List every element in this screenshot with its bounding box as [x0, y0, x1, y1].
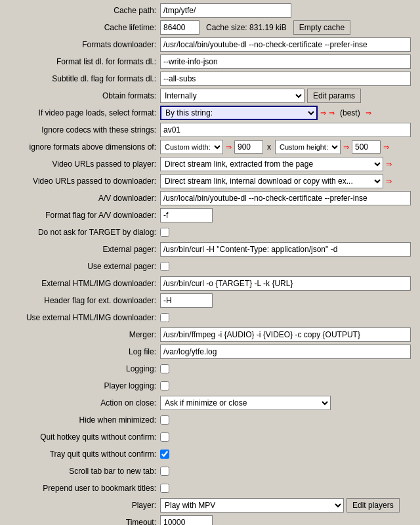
prepend-user-checkbox[interactable] [160, 484, 169, 493]
external-pager-value [160, 242, 417, 257]
scroll-tab-value [160, 467, 417, 476]
logging-checkbox[interactable] [160, 364, 169, 373]
hide-minimized-checkbox[interactable] [160, 415, 169, 425]
av-downloader-row: A/V downloader: [3, 190, 417, 206]
width-input[interactable] [234, 140, 263, 154]
action-on-close-row: Action on close: Ask if minimize or clos… [3, 395, 417, 411]
no-target-row: Do not ask for TARGET by dialog: [3, 224, 417, 240]
video-urls-downloader-label: Video URLs passed to downloader: [3, 177, 160, 186]
obtain-formats-select[interactable]: Internally Externally [160, 89, 304, 103]
timeout-row: Timeout: [3, 514, 417, 525]
ext-html-downloader-label: External HTML/IMG downloader: [3, 279, 160, 288]
header-flag-value [160, 293, 417, 308]
external-pager-row: External pager: [3, 242, 417, 257]
header-flag-input[interactable] [160, 293, 213, 308]
no-target-label: Do not ask for TARGET by dialog: [3, 228, 160, 237]
scroll-tab-checkbox[interactable] [160, 467, 169, 476]
ignore-dimensions-value: Custom width: Any width ⇒ x Custom heigh… [160, 140, 417, 154]
hide-minimized-value [160, 415, 417, 425]
cache-size-label: Cache size: 831.19 kiB [202, 23, 291, 32]
action-on-close-value: Ask if minimize or close Minimize Close [160, 396, 417, 410]
tray-quit-checkbox[interactable] [160, 450, 169, 459]
tray-quit-value [160, 450, 417, 459]
ext-html-downloader-input[interactable] [160, 276, 411, 291]
cache-path-input[interactable] [160, 3, 291, 18]
merger-row: Merger: [3, 327, 417, 343]
external-pager-label: External pager: [3, 245, 160, 254]
format-list-dl-value [160, 54, 417, 69]
obtain-formats-label: Obtain formats: [3, 91, 160, 100]
av-downloader-value [160, 191, 417, 205]
logging-row: Logging: [3, 361, 417, 377]
video-urls-player-label: Video URLs passed to player: [3, 159, 160, 169]
log-file-input[interactable] [160, 345, 411, 359]
merger-value [160, 327, 417, 342]
scroll-tab-row: Scroll tab bar to new tab: [3, 463, 417, 479]
custom-height-select[interactable]: Custom height: Any height [275, 140, 341, 154]
log-file-label: Log file: [3, 347, 160, 356]
logging-label: Logging: [3, 364, 160, 373]
hotkey-quit-value [160, 432, 417, 442]
action-on-close-select[interactable]: Ask if minimize or close Minimize Close [160, 396, 331, 410]
hotkey-quit-checkbox[interactable] [160, 432, 169, 442]
formats-downloader-input[interactable] [160, 37, 411, 52]
format-flag-input[interactable] [160, 208, 213, 222]
merger-input[interactable] [160, 327, 411, 342]
red-arrow-vp: ⇒ [386, 160, 392, 169]
format-flag-label: Format flag for A/V downloader: [3, 211, 160, 220]
no-target-checkbox[interactable] [160, 228, 169, 237]
ext-html-downloader-value [160, 276, 417, 291]
prepend-user-row: Prepend user to bookmark titles: [3, 480, 417, 496]
format-list-dl-input[interactable] [160, 54, 411, 69]
subtitle-dl-input[interactable] [160, 72, 411, 86]
cache-lifetime-value: Cache size: 831.19 kiB Empty cache [160, 20, 417, 35]
av-downloader-input[interactable] [160, 191, 411, 205]
header-flag-row: Header flag for ext. downloader: [3, 293, 417, 308]
height-input[interactable] [352, 140, 381, 154]
formats-downloader-label: Formats downloader: [3, 40, 160, 49]
player-select[interactable]: Play with MPV Play with VLC [160, 498, 344, 513]
format-flag-value [160, 208, 417, 222]
video-urls-player-select[interactable]: Direct stream link, extracted from the p… [160, 157, 383, 171]
ignore-codecs-input[interactable] [160, 123, 411, 137]
edit-players-button[interactable]: Edit players [346, 498, 400, 513]
ignore-dimensions-row: ignore formats above dimensions of: Cust… [3, 139, 417, 155]
ignore-dimensions-label: ignore formats above dimensions of: [3, 142, 160, 152]
timeout-input[interactable] [160, 515, 213, 525]
external-pager-input[interactable] [160, 242, 411, 257]
custom-width-select[interactable]: Custom width: Any width [160, 140, 223, 154]
video-urls-downloader-select[interactable]: Direct stream link, internal download or… [160, 174, 383, 188]
format-list-dl-label: Format list dl. for formats dl.: [3, 57, 160, 66]
av-downloader-label: A/V downloader: [3, 194, 160, 203]
prepend-user-label: Prepend user to bookmark titles: [3, 484, 160, 493]
player-logging-checkbox[interactable] [160, 381, 169, 390]
formats-downloader-row: Formats downloader: [3, 37, 417, 52]
cache-lifetime-input[interactable] [160, 20, 200, 35]
red-arrow-best: ⇒ [366, 109, 371, 117]
x-separator: x [266, 142, 272, 152]
ignore-codecs-label: Ignore codecs with these strings: [3, 125, 160, 135]
cache-path-value [160, 3, 417, 18]
format-flag-row: Format flag for A/V downloader: [3, 207, 417, 223]
hide-minimized-label: Hide when minimized: [3, 415, 160, 425]
use-external-pager-row: Use external pager: [3, 259, 417, 274]
select-format-value: By this string: By format id Best qualit… [160, 106, 417, 120]
hotkey-quit-label: Quit hotkey quits without confirm: [3, 432, 160, 442]
subtitle-dl-value [160, 72, 417, 86]
edit-params-button[interactable]: Edit params [307, 89, 361, 103]
use-ext-html-checkbox[interactable] [160, 313, 169, 322]
obtain-formats-value: Internally Externally Edit params [160, 89, 417, 103]
hide-minimized-row: Hide when minimized: [3, 412, 417, 428]
cache-path-row: Cache path: [3, 3, 417, 18]
cache-lifetime-label: Cache lifetime: [3, 23, 160, 32]
select-format-select[interactable]: By this string: By format id Best qualit… [160, 106, 318, 120]
red-arrow-vd: ⇒ [386, 177, 392, 186]
use-external-pager-checkbox[interactable] [160, 262, 169, 271]
player-logging-value [160, 381, 417, 390]
empty-cache-button[interactable]: Empty cache [293, 20, 350, 35]
tray-quit-row: Tray quit quits without confirm: [3, 446, 417, 462]
scroll-tab-label: Scroll tab bar to new tab: [3, 467, 160, 476]
use-external-pager-label: Use external pager: [3, 262, 160, 271]
hotkey-quit-row: Quit hotkey quits without confirm: [3, 429, 417, 445]
formats-downloader-value [160, 37, 417, 52]
